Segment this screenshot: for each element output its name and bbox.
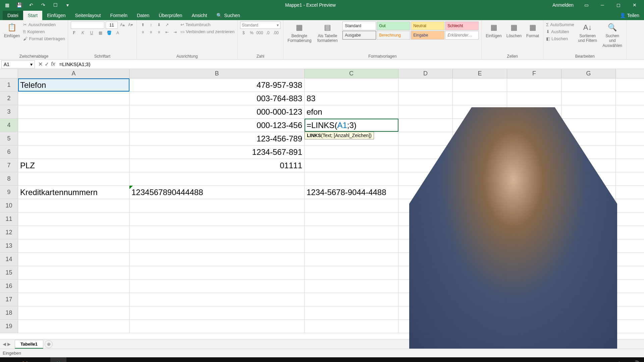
tab-data[interactable]: Daten (132, 11, 154, 20)
orientation-icon[interactable]: ↗ (164, 21, 170, 28)
insert-cells-button[interactable]: ▦Einfügen (484, 21, 503, 39)
accept-formula-icon[interactable]: ✓ (45, 61, 49, 67)
find-select-button[interactable]: 🔍Suchen und Auswählen (601, 21, 624, 49)
col-header-c[interactable]: C (305, 69, 398, 78)
align-middle-icon[interactable]: ↕ (148, 21, 154, 28)
maximize-icon[interactable]: ◻ (612, 0, 625, 10)
qat-dropdown-icon[interactable]: ▾ (63, 1, 72, 9)
row-header-13[interactable]: 13 (0, 239, 18, 252)
increase-indent-icon[interactable]: ⇥ (172, 29, 178, 36)
decrease-indent-icon[interactable]: ⇤ (164, 29, 170, 36)
style-standard[interactable]: Standard (342, 21, 376, 30)
taskbar-edge-icon[interactable]: e (67, 357, 83, 362)
col-header-e[interactable]: E (453, 69, 507, 78)
row-header-5[interactable]: 5 (0, 132, 18, 145)
underline-button[interactable]: U (88, 29, 95, 36)
bold-button[interactable]: F (71, 29, 77, 36)
formula-input[interactable] (57, 60, 644, 68)
cell-g1[interactable] (561, 78, 616, 92)
cell-b9[interactable]: 1234567890444488 (129, 186, 305, 199)
sheet-nav-prev-icon[interactable]: ◀ (3, 342, 6, 347)
sort-filter-button[interactable]: A↓Sortieren und Filtern (576, 21, 599, 44)
align-right-icon[interactable]: ≡ (156, 29, 162, 36)
touch-mode-icon[interactable]: ☐ (51, 1, 60, 9)
align-bottom-icon[interactable]: ⬇ (156, 21, 162, 28)
number-format-select[interactable]: Standard ▾ (240, 21, 280, 29)
cell-b1[interactable]: 478-957-938 (129, 78, 305, 92)
clear-button[interactable]: ◧ Löschen (546, 36, 574, 42)
shrink-font-icon[interactable]: A▾ (127, 21, 134, 28)
cell-c4[interactable]: =LINKS(A1;3) LINKS(Text; [Anzahl_Zeichen… (305, 119, 398, 132)
add-sheet-button[interactable]: ⊕ (45, 340, 53, 348)
cell-a7[interactable]: PLZ (18, 159, 129, 172)
undo-icon[interactable]: ↶ (27, 1, 36, 9)
redo-icon[interactable]: ↷ (39, 1, 48, 9)
font-size-select[interactable] (106, 21, 118, 29)
worksheet-grid[interactable]: A B C D E F G 1 Telefon 478-957-938 2 00… (0, 69, 644, 339)
taskbar-explorer-icon[interactable]: 📁 (17, 357, 33, 362)
col-header-d[interactable]: D (398, 69, 453, 78)
taskbar-tray-up-icon[interactable]: ^ (611, 357, 627, 362)
taskbar-store-icon[interactable]: 🛍 (34, 357, 50, 362)
col-header-f[interactable]: F (507, 69, 561, 78)
cell-b6[interactable]: 1234-567-891 (129, 145, 305, 159)
error-indicator-icon[interactable] (129, 186, 133, 189)
taskbar-excel-icon[interactable]: X (50, 357, 66, 362)
search-tab[interactable]: 🔍 Suchen (212, 11, 245, 20)
fill-button[interactable]: ⬇ Ausfüllen (546, 28, 574, 35)
cell-c1[interactable] (305, 78, 398, 92)
cell-c2[interactable]: 83 (305, 92, 398, 105)
row-header-8[interactable]: 8 (0, 172, 18, 185)
col-header-a[interactable]: A (18, 69, 129, 78)
cell-b4[interactable]: 000-123-456 (129, 119, 305, 132)
align-left-icon[interactable]: ≡ (140, 29, 146, 36)
tab-layout[interactable]: Seitenlayout (70, 11, 106, 20)
row-header-12[interactable]: 12 (0, 226, 18, 239)
copy-button[interactable]: ⎘ Kopieren (23, 28, 65, 35)
cancel-formula-icon[interactable]: ✕ (38, 61, 43, 67)
style-gut[interactable]: Gut (377, 21, 410, 30)
wrap-text-button[interactable]: ↩ Textumbruch (180, 21, 234, 28)
increase-decimal-icon[interactable]: .00 (272, 29, 279, 36)
italic-button[interactable]: K (79, 29, 86, 36)
row-header-9[interactable]: 9 (0, 186, 18, 199)
cell-a1[interactable]: Telefon (18, 78, 129, 92)
decrease-decimal-icon[interactable]: .0 (264, 29, 271, 36)
select-all-corner[interactable] (0, 69, 18, 78)
row-header-11[interactable]: 11 (0, 213, 18, 226)
row-header-7[interactable]: 7 (0, 159, 18, 172)
style-berechnung[interactable]: Berechnung (377, 31, 410, 40)
cell-a4[interactable] (18, 119, 129, 132)
minimize-icon[interactable]: ─ (596, 0, 609, 10)
row-header-2[interactable]: 2 (0, 92, 18, 105)
cell-b2[interactable]: 003-764-883 (129, 92, 305, 105)
paste-button[interactable]: 📋 Einfügen (3, 21, 21, 39)
autosum-button[interactable]: Σ AutoSumme (546, 21, 574, 28)
format-painter-button[interactable]: 🖌 Format übertragen (23, 36, 65, 42)
row-header-15[interactable]: 15 (0, 266, 18, 279)
save-icon[interactable]: 💾 (15, 1, 23, 9)
signin-link[interactable]: Anmelden (549, 2, 577, 8)
tab-review[interactable]: Überprüfen (154, 11, 187, 20)
sheet-nav-next-icon[interactable]: ▶ (7, 342, 11, 347)
cell-b7[interactable]: 01111 (129, 159, 305, 172)
chevron-down-icon[interactable]: ▾ (30, 62, 33, 67)
sheet-tab-tabelle1[interactable]: Tabelle1 (15, 340, 43, 349)
grow-font-icon[interactable]: A▴ (119, 21, 126, 28)
name-box[interactable]: A1 ▾ (1, 60, 35, 68)
row-header-17[interactable]: 17 (0, 293, 18, 306)
format-as-table-button[interactable]: ▤ Als Tabelle formatieren (314, 21, 340, 44)
tab-start[interactable]: Start (23, 11, 43, 20)
cell-b5[interactable]: 123-456-789 (129, 132, 305, 145)
cell-c9[interactable]: 1234-5678-9044-4488 (305, 186, 398, 199)
format-cells-button[interactable]: ▦Format (525, 21, 540, 39)
style-schlecht[interactable]: Schlecht (445, 21, 479, 30)
cell-a3[interactable] (18, 105, 129, 118)
tab-view[interactable]: Ansicht (187, 11, 212, 20)
row-header-10[interactable]: 10 (0, 199, 18, 212)
tab-formulas[interactable]: Formeln (106, 11, 132, 20)
merge-button[interactable]: ▭ Verbinden und zentrieren (180, 28, 234, 35)
conditional-format-button[interactable]: ▦ Bedingte Formatierung (286, 21, 312, 44)
col-header-b[interactable]: B (129, 69, 305, 78)
cell-d1[interactable] (398, 78, 453, 92)
